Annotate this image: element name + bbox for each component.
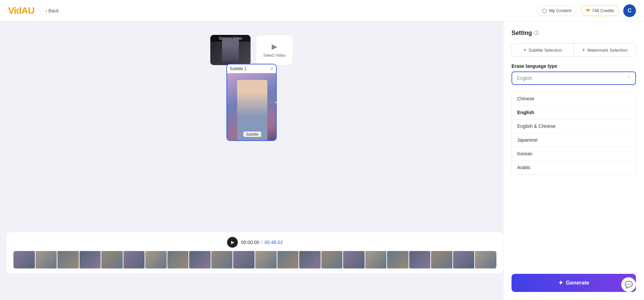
total-time: 00:46.02 (265, 240, 283, 245)
language-selected-value: English (517, 76, 532, 81)
tab-subtitle-selection[interactable]: + Subtitle Selection (512, 44, 574, 56)
tab-plus-icon-subtitle: + (523, 47, 526, 53)
sparkle-icon: ✦ (558, 279, 563, 287)
film-frame (189, 251, 211, 268)
film-frame (145, 251, 167, 268)
logo: VidAU (8, 5, 35, 16)
header-divider (40, 6, 40, 15)
main-layout: Original Video ▶ Select Video Subtitle 1… (0, 21, 644, 300)
generate-button[interactable]: ✦ Generate (512, 274, 636, 292)
film-frame (13, 251, 35, 268)
timeline-controls: ▶ 00:00.00 / 00:46.02 (13, 237, 496, 248)
subtitle-figure (237, 80, 267, 140)
chevron-up-icon: ⌃ (627, 76, 631, 81)
film-frame (277, 251, 299, 268)
film-frame (123, 251, 145, 268)
canvas-area: Original Video ▶ Select Video Subtitle 1… (0, 21, 503, 300)
heart-icon: ❤ (586, 7, 590, 14)
play-icon: ▶ (272, 42, 277, 51)
timeline-area: ▶ 00:00.00 / 00:46.02 (7, 232, 503, 273)
back-chevron-icon: ‹ (46, 8, 47, 13)
language-dropdown-list: Chinese English English & Chinese Japane… (512, 92, 636, 174)
current-time: 00:00.00 (241, 240, 260, 245)
setting-info-icon[interactable]: ⓘ (534, 30, 539, 36)
dropdown-item-english-chinese[interactable]: English & Chinese (512, 119, 636, 133)
film-frame (475, 251, 496, 268)
resize-handle[interactable] (274, 100, 277, 104)
film-frame (211, 251, 233, 268)
credits-button[interactable]: ❤ 746 Credits (581, 5, 619, 16)
right-panel: Setting ⓘ + Subtitle Selection + Waterma… (503, 21, 644, 300)
subtitle-card-header: Subtitle 1 ✕ (227, 64, 276, 73)
film-frame (343, 251, 365, 268)
film-frame (233, 251, 255, 268)
subtitle-label-overlay: Subtitle (244, 132, 261, 137)
video-cards-row: Original Video ▶ Select Video (210, 35, 293, 65)
chat-bubble[interactable]: 💬 (621, 277, 636, 292)
tabs-row: + Subtitle Selection + Watermark Selecti… (512, 43, 636, 57)
my-content-button[interactable]: ◯ My Content (537, 6, 576, 15)
language-dropdown[interactable]: English ⌃ (512, 71, 636, 85)
subtitle-card-wrapper: Subtitle 1 ✕ Subtitle (226, 64, 277, 141)
film-frame (431, 251, 452, 268)
tab-watermark-selection[interactable]: + Watermark Selection (574, 44, 636, 56)
play-triangle-icon: ▶ (231, 240, 234, 245)
tab-plus-icon-watermark: + (582, 47, 585, 53)
play-button[interactable]: ▶ (227, 237, 238, 248)
filmstrip (13, 251, 496, 268)
film-frame (299, 251, 321, 268)
dropdown-item-chinese[interactable]: Chinese (512, 92, 636, 106)
back-button[interactable]: ‹ Back (46, 8, 59, 13)
film-frame (101, 251, 123, 268)
setting-title: Setting ⓘ (512, 30, 636, 37)
time-display: 00:00.00 / 00:46.02 (241, 240, 283, 245)
erase-language-section: Erase language type English ⌃ (512, 63, 636, 85)
dropdown-item-arabic[interactable]: Arabic (512, 161, 636, 174)
avatar[interactable]: C (623, 4, 636, 17)
dropdown-item-korean[interactable]: Korean (512, 147, 636, 161)
dropdown-item-japanese[interactable]: Japanese (512, 133, 636, 147)
dropdown-item-english[interactable]: English (512, 106, 636, 119)
select-video-card[interactable]: ▶ Select Video (256, 35, 293, 65)
film-frame (321, 251, 343, 268)
film-frame (57, 251, 79, 268)
subtitle-card-title: Subtitle 1 (230, 66, 247, 71)
clock-icon: ◯ (542, 8, 547, 13)
film-frame (453, 251, 475, 268)
app-header: VidAU ‹ Back ◯ My Content ❤ 746 Credits … (0, 0, 644, 21)
film-frame (387, 251, 409, 268)
film-frame (365, 251, 387, 268)
select-video-label: Select Video (263, 53, 285, 58)
subtitle-video-thumb: Subtitle (227, 73, 277, 140)
film-frame (409, 251, 431, 268)
erase-language-label: Erase language type (512, 63, 636, 69)
film-frame (167, 251, 189, 268)
film-frame (36, 251, 57, 268)
time-divider: / (261, 240, 263, 245)
header-right: ◯ My Content ❤ 746 Credits C (537, 4, 636, 17)
original-video-card: Original Video (210, 35, 251, 65)
subtitle-card: Subtitle 1 ✕ Subtitle (226, 64, 277, 141)
video-figure (222, 38, 239, 62)
film-frame (255, 251, 277, 268)
header-left: VidAU ‹ Back (8, 5, 59, 16)
film-frame (79, 251, 101, 268)
subtitle-close-icon[interactable]: ✕ (270, 66, 273, 71)
